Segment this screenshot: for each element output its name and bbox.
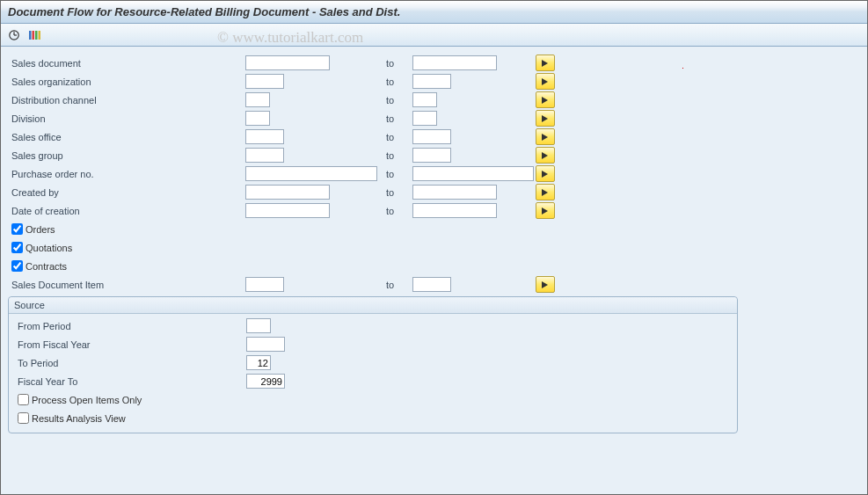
dot [682, 68, 683, 69]
row-quotations: Quotations [8, 238, 860, 257]
arrow-right-icon [541, 207, 550, 215]
input-division-from[interactable] [245, 111, 270, 126]
to-label: to [386, 95, 412, 106]
label-sales-doc-item: Sales Document Item [8, 280, 245, 290]
arrow-right-icon [541, 133, 550, 142]
row-dist-channel: Distribution channel to [8, 91, 860, 109]
multi-select-sales-document[interactable] [536, 55, 555, 71]
label-sales-office: Sales office [8, 132, 245, 142]
multi-select-date-creation[interactable] [536, 202, 555, 219]
toolbar [1, 24, 867, 47]
row-date-creation: Date of creation to [8, 201, 860, 220]
multi-select-po-no[interactable] [536, 165, 555, 182]
label-date-creation: Date of creation [8, 206, 245, 216]
multi-select-sales-group[interactable] [536, 147, 555, 164]
input-fy-to[interactable] [246, 374, 285, 389]
label-open-items: Process Open Items Only [32, 395, 142, 405]
input-created-by-to[interactable] [412, 185, 497, 200]
row-sales-document: Sales document to [8, 54, 860, 72]
to-label: to [386, 187, 412, 198]
to-label: to [386, 113, 412, 124]
checkbox-quotations[interactable] [11, 242, 23, 253]
input-dist-channel-from[interactable] [245, 92, 270, 107]
row-orders: Orders [8, 220, 860, 238]
input-from-period[interactable] [246, 318, 271, 333]
arrow-right-icon [541, 280, 550, 289]
variant-icon [28, 29, 42, 41]
label-sales-org: Sales organization [8, 76, 245, 87]
row-sales-org: Sales organization to [8, 72, 860, 91]
arrow-right-icon [541, 114, 550, 123]
row-to-period: To Period [14, 353, 737, 372]
checkbox-open-items[interactable] [18, 394, 29, 405]
row-from-fy: From Fiscal Year [14, 335, 737, 353]
row-contracts: Contracts [8, 257, 860, 275]
svg-rect-5 [35, 31, 38, 40]
input-sales-org-to[interactable] [412, 74, 451, 89]
to-label: to [386, 206, 412, 216]
input-from-fy[interactable] [246, 337, 285, 352]
main-content: Sales document to Sales organization to … [1, 47, 867, 494]
to-label: to [386, 76, 412, 87]
row-po-no: Purchase order no. to [8, 164, 860, 183]
row-sales-doc-item: Sales Document Item to [8, 275, 860, 294]
multi-select-sales-doc-item[interactable] [536, 276, 555, 293]
checkbox-contracts[interactable] [11, 260, 23, 272]
row-sales-group: Sales group to [8, 146, 860, 164]
input-sales-doc-item-from[interactable] [245, 277, 284, 292]
variant-button[interactable] [26, 26, 45, 44]
input-sales-document-to[interactable] [412, 55, 497, 70]
checkbox-ra-view[interactable] [18, 412, 29, 424]
to-label: to [386, 280, 412, 290]
to-label: to [386, 132, 412, 142]
svg-rect-6 [39, 31, 41, 40]
multi-select-sales-office[interactable] [536, 128, 555, 145]
multi-select-created-by[interactable] [536, 184, 555, 200]
input-to-period[interactable] [246, 355, 271, 370]
input-sales-group-from[interactable] [245, 148, 284, 163]
multi-select-sales-org[interactable] [536, 73, 555, 90]
label-fy-to: Fiscal Year To [14, 376, 246, 387]
multi-select-dist-channel[interactable] [536, 91, 555, 108]
multi-select-division[interactable] [536, 110, 555, 127]
input-date-creation-from[interactable] [245, 203, 330, 218]
input-sales-org-from[interactable] [245, 74, 284, 89]
arrow-right-icon [541, 96, 550, 105]
label-from-period: From Period [14, 321, 246, 331]
label-quotations: Quotations [26, 243, 72, 253]
row-created-by: Created by to [8, 183, 860, 201]
arrow-right-icon [541, 59, 550, 68]
execute-button[interactable] [4, 26, 24, 44]
svg-rect-3 [29, 31, 32, 40]
label-ra-view: Results Analysis View [32, 413, 126, 424]
label-po-no: Purchase order no. [8, 169, 245, 179]
row-from-period: From Period [14, 317, 737, 335]
input-sales-document-from[interactable] [245, 55, 330, 70]
input-sales-office-from[interactable] [245, 129, 284, 144]
label-from-fy: From Fiscal Year [14, 339, 246, 350]
label-sales-group: Sales group [8, 150, 245, 161]
input-created-by-from[interactable] [245, 185, 330, 200]
input-sales-office-to[interactable] [412, 129, 451, 144]
input-date-creation-to[interactable] [412, 203, 497, 218]
to-label: to [386, 58, 412, 69]
checkbox-orders[interactable] [11, 223, 23, 235]
input-division-to[interactable] [412, 111, 437, 126]
row-sales-office: Sales office to [8, 127, 860, 146]
arrow-right-icon [541, 151, 550, 160]
input-sales-group-to[interactable] [412, 148, 451, 163]
clock-execute-icon [8, 29, 20, 41]
input-po-no-from[interactable] [245, 166, 377, 181]
arrow-right-icon [541, 77, 550, 86]
label-division: Division [8, 113, 245, 124]
arrow-right-icon [541, 170, 550, 178]
input-po-no-to[interactable] [412, 166, 534, 181]
to-label: to [386, 169, 412, 179]
label-to-period: To Period [14, 358, 246, 368]
input-dist-channel-to[interactable] [412, 92, 437, 107]
page-title: Document Flow for Resource-Related Billi… [8, 5, 400, 18]
input-sales-doc-item-to[interactable] [412, 277, 451, 292]
label-created-by: Created by [8, 187, 245, 198]
label-orders: Orders [26, 224, 55, 235]
group-title-source: Source [9, 297, 737, 314]
